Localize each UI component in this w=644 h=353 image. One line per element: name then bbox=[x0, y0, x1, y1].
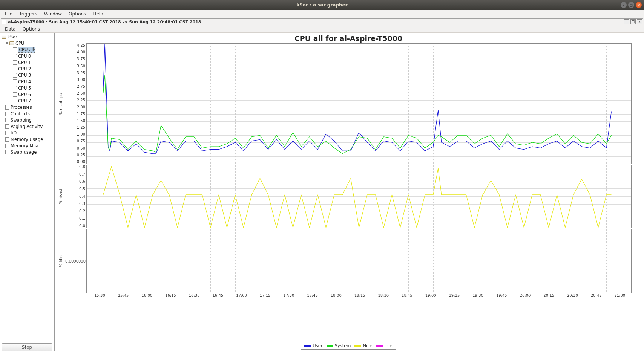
tree-root[interactable]: kSar bbox=[1, 34, 53, 40]
tree-cpu-6[interactable]: CPU 6 bbox=[1, 91, 53, 98]
menu-options[interactable]: Options bbox=[65, 11, 89, 17]
tree-cpu-2[interactable]: CPU 2 bbox=[1, 66, 53, 72]
chart-title: CPU all for al-Aspire-T5000 bbox=[55, 33, 642, 43]
plot-used-cpu[interactable] bbox=[86, 43, 632, 164]
legend-user: User bbox=[304, 343, 322, 348]
minimize-icon[interactable]: – bbox=[621, 2, 627, 8]
page-icon bbox=[13, 79, 17, 84]
toggle-icon[interactable]: ⊟ bbox=[5, 41, 9, 45]
yticks-idle: 0.0000000 bbox=[65, 229, 86, 293]
tree-io[interactable]: I/O bbox=[1, 130, 53, 136]
plot-niced[interactable] bbox=[86, 165, 632, 228]
ylabel-niced: % niced bbox=[56, 165, 65, 228]
tree-cpu-3[interactable]: CPU 3 bbox=[1, 72, 53, 78]
page-icon bbox=[5, 131, 9, 135]
legend-idle: Idle bbox=[376, 343, 393, 348]
yticks-used-cpu: 4.254.003.753.503.253.002.752.502.252.00… bbox=[65, 43, 86, 164]
page-icon bbox=[5, 105, 9, 110]
tree-cpu-0[interactable]: CPU 0 bbox=[1, 53, 53, 59]
page-icon bbox=[13, 73, 17, 78]
ylabel-idle: % idle bbox=[56, 229, 65, 293]
close-icon[interactable]: ✕ bbox=[636, 2, 642, 8]
stop-button[interactable]: Stop bbox=[2, 343, 52, 351]
tree-swap-usage[interactable]: Swap usage bbox=[1, 149, 53, 155]
tree-processes[interactable]: Processes bbox=[1, 104, 53, 110]
window-controls: – ◻ ✕ bbox=[621, 2, 642, 8]
submenu-data[interactable]: Data bbox=[2, 26, 19, 32]
tree: kSar ⊟CPU CPU all CPU 0 CPU 1 CPU 2 CPU … bbox=[0, 33, 54, 342]
tree-cpu-all[interactable]: CPU all bbox=[1, 46, 53, 53]
document-title: al-Aspire-T5000 : Sun Aug 12 15:40:01 CS… bbox=[8, 20, 201, 24]
legend: User System Nice Idle bbox=[55, 342, 642, 351]
folder-icon bbox=[9, 41, 14, 45]
legend-nice: Nice bbox=[354, 343, 372, 348]
page-icon bbox=[5, 137, 9, 142]
document-icon bbox=[2, 20, 6, 24]
menu-triggers[interactable]: Triggers bbox=[16, 11, 41, 17]
doc-restore-icon[interactable]: ❐ bbox=[630, 19, 636, 24]
tree-memory-usage[interactable]: Memory Usage bbox=[1, 136, 53, 142]
page-icon bbox=[5, 112, 9, 116]
page-icon bbox=[5, 118, 9, 122]
submenu-options[interactable]: Options bbox=[19, 26, 43, 32]
chart-panel: CPU all for al-Aspire-T5000 % used cpu 4… bbox=[54, 33, 642, 351]
maximize-icon[interactable]: ◻ bbox=[628, 2, 634, 8]
tree-cpu-4[interactable]: CPU 4 bbox=[1, 78, 53, 85]
doc-close-icon[interactable]: ⨯ bbox=[637, 19, 642, 24]
page-icon bbox=[5, 144, 9, 148]
tree-cpu-5[interactable]: CPU 5 bbox=[1, 85, 53, 91]
tree-cpu-1[interactable]: CPU 1 bbox=[1, 59, 53, 66]
page-icon bbox=[13, 67, 17, 71]
yticks-niced: 0.80.70.60.50.40.30.20.10.0 bbox=[65, 165, 86, 228]
page-icon bbox=[5, 124, 9, 129]
page-icon bbox=[13, 86, 17, 90]
window-title: kSar : a sar grapher bbox=[296, 2, 347, 8]
page-icon bbox=[13, 99, 17, 103]
page-icon bbox=[13, 60, 17, 65]
menu-file[interactable]: File bbox=[2, 11, 16, 17]
page-icon bbox=[13, 54, 17, 58]
sub-menubar: Data Options bbox=[0, 25, 644, 33]
page-icon bbox=[5, 150, 9, 154]
menu-window[interactable]: Window bbox=[41, 11, 65, 17]
tree-cpu-7[interactable]: CPU 7 bbox=[1, 98, 53, 104]
ylabel-used-cpu: % used cpu bbox=[56, 43, 65, 164]
page-icon bbox=[13, 47, 17, 52]
window-titlebar: kSar : a sar grapher – ◻ ✕ bbox=[0, 0, 644, 10]
tree-memory-misc[interactable]: Memory Misc bbox=[1, 142, 53, 149]
tree-paging[interactable]: Paging Activity bbox=[1, 123, 53, 130]
menubar: File Triggers Window Options Help bbox=[0, 10, 644, 18]
tree-cpu-group[interactable]: ⊟CPU bbox=[1, 40, 53, 46]
page-icon bbox=[13, 92, 17, 97]
doc-minimize-icon[interactable]: - bbox=[624, 19, 629, 24]
tree-contexts[interactable]: Contexts bbox=[1, 110, 53, 117]
legend-system: System bbox=[327, 343, 351, 348]
tree-swapping[interactable]: Swapping bbox=[1, 117, 53, 123]
document-titlebar: al-Aspire-T5000 : Sun Aug 12 15:40:01 CS… bbox=[1, 18, 643, 25]
xticks: 15:3015:4516:0016:1516:3016:4517:0017:15… bbox=[56, 293, 632, 300]
plot-idle[interactable] bbox=[86, 229, 632, 293]
folder-icon bbox=[2, 35, 6, 39]
menu-help[interactable]: Help bbox=[89, 11, 106, 17]
sidebar: kSar ⊟CPU CPU all CPU 0 CPU 1 CPU 2 CPU … bbox=[0, 33, 54, 353]
